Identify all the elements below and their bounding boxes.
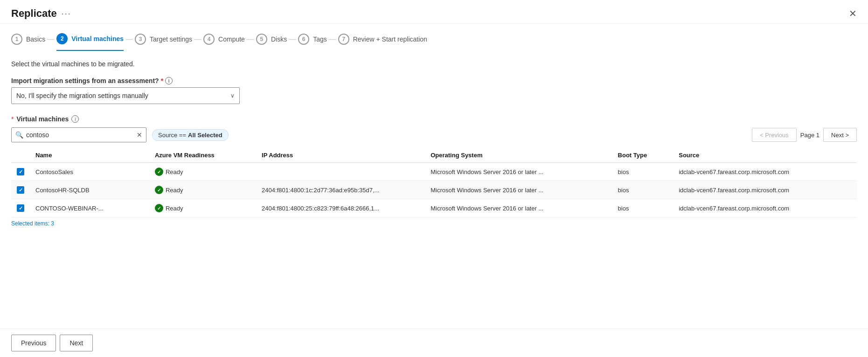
step-label-5: Disks	[271, 35, 287, 43]
import-info-icon[interactable]: i	[165, 77, 173, 84]
step-circle-5: 5	[256, 34, 267, 45]
filter-value: All Selected	[188, 132, 222, 139]
step-compute[interactable]: 4 Compute	[203, 34, 245, 50]
step-separator-3	[194, 39, 201, 40]
table-row: CONTOSO-WEBINAR-... Ready2404:f801:4800:…	[11, 199, 857, 217]
col-header-name: Name	[30, 148, 149, 163]
header-left: Replicate ···	[11, 7, 71, 20]
row-ip	[256, 163, 425, 181]
step-review[interactable]: 7 Review + Start replication	[338, 34, 427, 50]
step-circle-7: 7	[338, 34, 349, 45]
row-ip: 2404:f801:4800:25:c823:79ff:6a48:2666,1.…	[256, 199, 425, 217]
row-readiness: Ready	[149, 199, 256, 217]
row-ip: 2404:f801:4800:1c:2d77:36ad:e95b:35d7,..…	[256, 181, 425, 199]
row-source: idclab-vcen67.fareast.corp.microsoft.com	[673, 181, 857, 199]
vm-table: Name Azure VM Readiness IP Address Opera…	[11, 148, 857, 217]
col-header-boot: Boot Type	[612, 148, 674, 163]
row-boot: bios	[612, 163, 674, 181]
vm-label-row: * Virtual machines i	[11, 115, 857, 123]
vm-section-label: Virtual machines	[16, 115, 69, 123]
next-page-button[interactable]: Next >	[823, 128, 857, 142]
import-dropdown[interactable]: No, I'll specify the migration settings …	[11, 87, 240, 104]
table-body: ContosoSales ReadyMicrosoft Windows Serv…	[11, 163, 857, 217]
ready-badge: Ready	[155, 186, 183, 194]
row-readiness: Ready	[149, 163, 256, 181]
row-name: ContosoSales	[30, 163, 149, 181]
selected-count: Selected items: 3	[11, 220, 857, 227]
footer-previous-button[interactable]: Previous	[11, 335, 56, 351]
main-content: Select the virtual machines to be migrat…	[0, 51, 868, 329]
dropdown-arrow-icon: ∨	[230, 92, 235, 99]
row-boot: bios	[612, 181, 674, 199]
more-icon[interactable]: ···	[62, 9, 71, 19]
step-circle-1: 1	[11, 34, 22, 45]
header: Replicate ··· ✕	[0, 0, 868, 24]
step-separator-4	[247, 39, 254, 40]
step-separator-2	[125, 39, 133, 40]
step-circle-6: 6	[298, 34, 309, 45]
col-header-os: Operating System	[425, 148, 612, 163]
clear-search-icon[interactable]: ✕	[137, 131, 142, 139]
ready-badge: Ready	[155, 204, 183, 212]
table-header: Name Azure VM Readiness IP Address Opera…	[11, 148, 857, 163]
search-box[interactable]: 🔍 ✕	[11, 127, 146, 142]
footer: Previous Next	[0, 329, 868, 357]
search-input[interactable]	[26, 131, 134, 139]
checkbox-checked-icon[interactable]	[17, 186, 24, 194]
pagination-group: < Previous Page 1 Next >	[752, 128, 857, 142]
ready-check-icon	[155, 186, 163, 194]
step-basics[interactable]: 1 Basics	[11, 34, 45, 50]
row-os: Microsoft Windows Server 2016 or later .…	[425, 199, 612, 217]
step-label-1: Basics	[26, 35, 45, 43]
col-header-ip: IP Address	[256, 148, 425, 163]
table-row: ContosoHR-SQLDB Ready2404:f801:4800:1c:2…	[11, 181, 857, 199]
filter-badge[interactable]: Source == All Selected	[152, 129, 229, 141]
step-label-6: Tags	[313, 35, 327, 43]
required-star-import: *	[161, 77, 163, 84]
step-separator-1	[47, 39, 55, 40]
step-label-2: Virtual machines	[71, 35, 124, 42]
import-dropdown-value: No, I'll specify the migration settings …	[16, 92, 148, 99]
filter-label: Source ==	[158, 132, 186, 139]
close-icon[interactable]: ✕	[849, 9, 857, 18]
checkbox-checked-icon[interactable]	[17, 204, 24, 212]
import-label-row: Import migration settings from an assess…	[11, 77, 857, 84]
col-header-checkbox	[11, 148, 30, 163]
row-readiness: Ready	[149, 181, 256, 199]
step-tags[interactable]: 6 Tags	[298, 34, 327, 50]
step-disks[interactable]: 5 Disks	[256, 34, 287, 50]
step-circle-2: 2	[56, 33, 68, 44]
page-container: Replicate ··· ✕ 1 Basics 2 Virtual machi…	[0, 0, 868, 357]
row-source: idclab-vcen67.fareast.corp.microsoft.com	[673, 163, 857, 181]
row-checkbox-cell[interactable]	[11, 163, 30, 181]
row-name: ContosoHR-SQLDB	[30, 181, 149, 199]
row-name: CONTOSO-WEBINAR-...	[30, 199, 149, 217]
step-virtual-machines[interactable]: 2 Virtual machines	[56, 33, 124, 51]
toolbar-row: 🔍 ✕ Source == All Selected < Previous Pa…	[11, 127, 857, 142]
step-separator-5	[289, 39, 296, 40]
row-os: Microsoft Windows Server 2016 or later .…	[425, 181, 612, 199]
step-label-3: Target settings	[150, 35, 192, 43]
row-checkbox-cell[interactable]	[11, 181, 30, 199]
ready-check-icon	[155, 204, 163, 212]
ready-check-icon	[155, 168, 163, 176]
import-label-text: Import migration settings from an assess…	[11, 77, 159, 84]
col-header-readiness: Azure VM Readiness	[149, 148, 256, 163]
table-row: ContosoSales ReadyMicrosoft Windows Serv…	[11, 163, 857, 181]
step-label-4: Compute	[218, 35, 245, 43]
step-label-7: Review + Start replication	[353, 35, 427, 43]
row-checkbox-cell[interactable]	[11, 199, 30, 217]
footer-next-button[interactable]: Next	[60, 335, 93, 351]
vm-info-icon[interactable]: i	[71, 115, 79, 123]
page-label: Page 1	[800, 132, 819, 139]
step-target-settings[interactable]: 3 Target settings	[135, 34, 192, 50]
section-description: Select the virtual machines to be migrat…	[11, 60, 857, 68]
checkbox-checked-icon[interactable]	[17, 168, 24, 175]
row-source: idclab-vcen67.fareast.corp.microsoft.com	[673, 199, 857, 217]
page-title: Replicate	[11, 7, 57, 20]
ready-badge: Ready	[155, 168, 183, 176]
row-boot: bios	[612, 199, 674, 217]
previous-page-button[interactable]: < Previous	[752, 128, 797, 142]
step-circle-4: 4	[203, 34, 215, 45]
required-star-vm: *	[11, 115, 14, 123]
